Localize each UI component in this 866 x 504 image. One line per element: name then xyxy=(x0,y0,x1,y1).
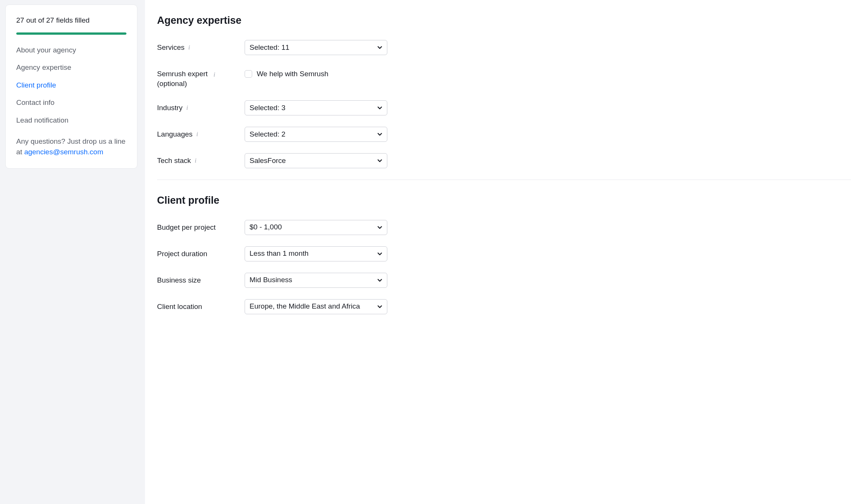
select-tech-stack[interactable]: SalesForce xyxy=(245,153,387,168)
label-languages: Languages xyxy=(157,129,193,140)
label-budget: Budget per project xyxy=(157,223,216,233)
nav-item-client-profile[interactable]: Client profile xyxy=(16,80,126,91)
info-icon[interactable]: i xyxy=(188,43,190,52)
section-divider xyxy=(157,180,851,180)
progress-bar xyxy=(16,32,126,35)
nav-item-expertise[interactable]: Agency expertise xyxy=(16,63,126,73)
label-wrap: Industry i xyxy=(157,100,245,113)
label-wrap: Budget per project xyxy=(157,220,245,233)
row-business-size: Business size Mid Business xyxy=(157,273,851,288)
progress-bar-fill xyxy=(16,32,126,35)
select-value: Less than 1 month xyxy=(250,249,308,259)
nav-item-about[interactable]: About your agency xyxy=(16,45,126,55)
help-text: Any questions? Just drop us a line at ag… xyxy=(16,136,126,158)
section-title-client-profile: Client profile xyxy=(157,194,851,208)
progress-text: 27 out of 27 fields filled xyxy=(16,15,126,26)
chevron-down-icon xyxy=(377,251,382,257)
label-wrap: Semrush expert i (optional) xyxy=(157,66,245,89)
select-value: Europe, the Middle East and Africa xyxy=(250,301,360,312)
nav-item-lead-notification[interactable]: Lead notification xyxy=(16,115,126,126)
select-value: Selected: 3 xyxy=(250,103,285,113)
checkbox-label: We help with Semrush xyxy=(257,69,328,79)
checkbox-semrush-help[interactable] xyxy=(245,70,252,78)
help-email-link[interactable]: agencies@semrush.com xyxy=(24,148,103,156)
label-services: Services xyxy=(157,43,185,53)
label-industry: Industry xyxy=(157,103,183,113)
select-duration[interactable]: Less than 1 month xyxy=(245,246,387,261)
chevron-down-icon xyxy=(377,225,382,230)
row-duration: Project duration Less than 1 month xyxy=(157,246,851,261)
label-tech-stack: Tech stack xyxy=(157,156,191,166)
select-value: Selected: 11 xyxy=(250,43,290,53)
chevron-down-icon xyxy=(377,158,382,163)
select-languages[interactable]: Selected: 2 xyxy=(245,127,387,142)
sidebar-card: 27 out of 27 fields filled About your ag… xyxy=(5,5,137,169)
label-wrap: Business size xyxy=(157,273,245,286)
label-duration: Project duration xyxy=(157,249,207,259)
row-tech-stack: Tech stack i SalesForce xyxy=(157,153,851,168)
select-value: SalesForce xyxy=(250,156,286,166)
label-semrush-expert: Semrush expert xyxy=(157,69,208,79)
info-icon[interactable]: i xyxy=(195,156,197,165)
row-industry: Industry i Selected: 3 xyxy=(157,100,851,115)
row-services: Services i Selected: 11 xyxy=(157,40,851,55)
row-budget: Budget per project $0 - 1,000 xyxy=(157,220,851,235)
label-wrap: Services i xyxy=(157,40,245,53)
label-semrush-expert-sub: (optional) xyxy=(157,79,215,89)
section-title-expertise: Agency expertise xyxy=(157,14,851,28)
row-client-location: Client location Europe, the Middle East … xyxy=(157,299,851,314)
info-icon[interactable]: i xyxy=(196,130,198,139)
row-languages: Languages i Selected: 2 xyxy=(157,127,851,142)
label-wrap: Tech stack i xyxy=(157,153,245,166)
row-semrush-expert: Semrush expert i (optional) We help with… xyxy=(157,66,851,89)
select-value: Mid Business xyxy=(250,275,292,285)
nav-item-contact[interactable]: Contact info xyxy=(16,98,126,108)
chevron-down-icon xyxy=(377,278,382,283)
select-services[interactable]: Selected: 11 xyxy=(245,40,387,55)
chevron-down-icon xyxy=(377,105,382,111)
select-value: $0 - 1,000 xyxy=(250,222,282,232)
select-budget[interactable]: $0 - 1,000 xyxy=(245,220,387,235)
checkbox-row: We help with Semrush xyxy=(245,66,387,79)
chevron-down-icon xyxy=(377,45,382,50)
select-value: Selected: 2 xyxy=(250,129,285,140)
info-icon[interactable]: i xyxy=(186,103,188,112)
select-client-location[interactable]: Europe, the Middle East and Africa xyxy=(245,299,387,314)
chevron-down-icon xyxy=(377,304,382,309)
label-business-size: Business size xyxy=(157,275,201,286)
info-icon[interactable]: i xyxy=(213,71,215,78)
label-wrap: Client location xyxy=(157,299,245,312)
label-wrap: Languages i xyxy=(157,127,245,140)
label-wrap: Project duration xyxy=(157,246,245,259)
select-business-size[interactable]: Mid Business xyxy=(245,273,387,288)
main-content: Agency expertise Services i Selected: 11 xyxy=(145,0,866,504)
select-industry[interactable]: Selected: 3 xyxy=(245,100,387,115)
label-client-location: Client location xyxy=(157,302,202,312)
sidebar-nav: About your agency Agency expertise Clien… xyxy=(16,45,126,126)
chevron-down-icon xyxy=(377,132,382,137)
